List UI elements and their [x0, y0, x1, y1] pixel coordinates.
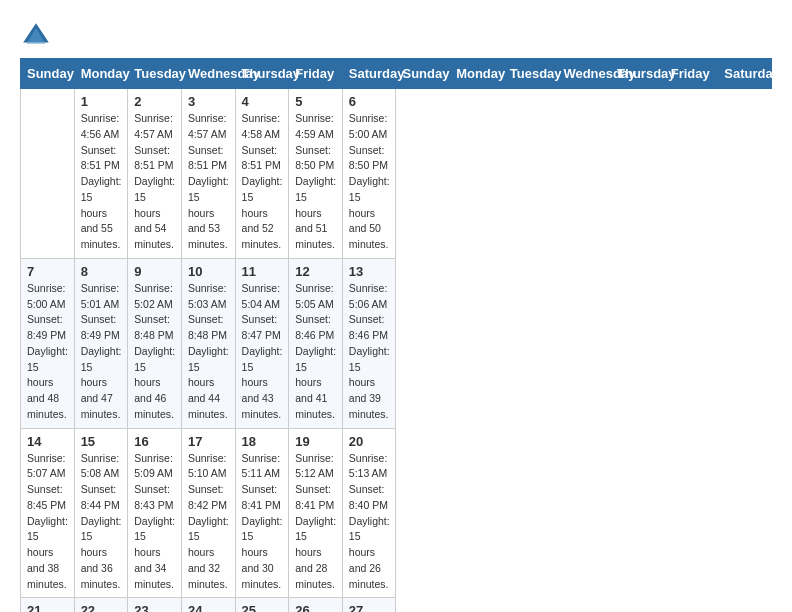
header-row: SundayMondayTuesdayWednesdayThursdayFrid… — [21, 59, 772, 89]
col-header-monday: Monday — [74, 59, 128, 89]
week-row-4: 21 Sunrise: 5:14 AMSunset: 8:38 PMDaylig… — [21, 598, 772, 612]
day-info: Sunrise: 5:09 AMSunset: 8:43 PMDaylight:… — [134, 451, 175, 593]
col-header-sunday: Sunday — [21, 59, 75, 89]
day-cell: 5 Sunrise: 4:59 AMSunset: 8:50 PMDayligh… — [289, 89, 343, 259]
day-info: Sunrise: 5:08 AMSunset: 8:44 PMDaylight:… — [81, 451, 122, 593]
day-info: Sunrise: 5:00 AMSunset: 8:50 PMDaylight:… — [349, 111, 390, 253]
day-cell: 2 Sunrise: 4:57 AMSunset: 8:51 PMDayligh… — [128, 89, 182, 259]
day-cell: 8 Sunrise: 5:01 AMSunset: 8:49 PMDayligh… — [74, 258, 128, 428]
day-number: 21 — [27, 603, 68, 612]
col-header-friday: Friday — [289, 59, 343, 89]
day-number: 22 — [81, 603, 122, 612]
day-cell: 10 Sunrise: 5:03 AMSunset: 8:48 PMDaylig… — [181, 258, 235, 428]
day-info: Sunrise: 5:02 AMSunset: 8:48 PMDaylight:… — [134, 281, 175, 423]
page-header — [20, 20, 772, 52]
logo — [20, 20, 56, 52]
day-cell: 1 Sunrise: 4:56 AMSunset: 8:51 PMDayligh… — [74, 89, 128, 259]
day-info: Sunrise: 5:01 AMSunset: 8:49 PMDaylight:… — [81, 281, 122, 423]
col-header-friday: Friday — [664, 59, 718, 89]
day-number: 11 — [242, 264, 283, 279]
day-cell: 25 Sunrise: 5:19 AMSunset: 8:34 PMDaylig… — [235, 598, 289, 612]
day-info: Sunrise: 5:13 AMSunset: 8:40 PMDaylight:… — [349, 451, 390, 593]
day-cell: 7 Sunrise: 5:00 AMSunset: 8:49 PMDayligh… — [21, 258, 75, 428]
col-header-wednesday: Wednesday — [557, 59, 611, 89]
day-cell: 21 Sunrise: 5:14 AMSunset: 8:38 PMDaylig… — [21, 598, 75, 612]
day-number: 25 — [242, 603, 283, 612]
day-number: 24 — [188, 603, 229, 612]
day-number: 1 — [81, 94, 122, 109]
week-row-1: 1 Sunrise: 4:56 AMSunset: 8:51 PMDayligh… — [21, 89, 772, 259]
day-cell: 15 Sunrise: 5:08 AMSunset: 8:44 PMDaylig… — [74, 428, 128, 598]
day-number: 27 — [349, 603, 390, 612]
day-cell: 20 Sunrise: 5:13 AMSunset: 8:40 PMDaylig… — [342, 428, 396, 598]
day-cell: 4 Sunrise: 4:58 AMSunset: 8:51 PMDayligh… — [235, 89, 289, 259]
day-info: Sunrise: 5:11 AMSunset: 8:41 PMDaylight:… — [242, 451, 283, 593]
day-cell: 9 Sunrise: 5:02 AMSunset: 8:48 PMDayligh… — [128, 258, 182, 428]
day-cell: 6 Sunrise: 5:00 AMSunset: 8:50 PMDayligh… — [342, 89, 396, 259]
day-cell: 26 Sunrise: 5:20 AMSunset: 8:33 PMDaylig… — [289, 598, 343, 612]
logo-icon — [20, 20, 52, 52]
day-number: 3 — [188, 94, 229, 109]
day-number: 18 — [242, 434, 283, 449]
day-cell: 11 Sunrise: 5:04 AMSunset: 8:47 PMDaylig… — [235, 258, 289, 428]
day-cell: 12 Sunrise: 5:05 AMSunset: 8:46 PMDaylig… — [289, 258, 343, 428]
day-cell — [21, 89, 75, 259]
col-header-tuesday: Tuesday — [128, 59, 182, 89]
week-row-3: 14 Sunrise: 5:07 AMSunset: 8:45 PMDaylig… — [21, 428, 772, 598]
day-cell: 24 Sunrise: 5:18 AMSunset: 8:35 PMDaylig… — [181, 598, 235, 612]
col-header-saturday: Saturday — [342, 59, 396, 89]
day-number: 17 — [188, 434, 229, 449]
day-info: Sunrise: 5:07 AMSunset: 8:45 PMDaylight:… — [27, 451, 68, 593]
day-info: Sunrise: 5:00 AMSunset: 8:49 PMDaylight:… — [27, 281, 68, 423]
day-number: 20 — [349, 434, 390, 449]
day-cell: 13 Sunrise: 5:06 AMSunset: 8:46 PMDaylig… — [342, 258, 396, 428]
day-cell: 18 Sunrise: 5:11 AMSunset: 8:41 PMDaylig… — [235, 428, 289, 598]
col-header-tuesday: Tuesday — [503, 59, 557, 89]
week-row-2: 7 Sunrise: 5:00 AMSunset: 8:49 PMDayligh… — [21, 258, 772, 428]
day-cell: 3 Sunrise: 4:57 AMSunset: 8:51 PMDayligh… — [181, 89, 235, 259]
day-cell: 14 Sunrise: 5:07 AMSunset: 8:45 PMDaylig… — [21, 428, 75, 598]
day-info: Sunrise: 4:58 AMSunset: 8:51 PMDaylight:… — [242, 111, 283, 253]
day-number: 7 — [27, 264, 68, 279]
day-cell: 27 Sunrise: 5:21 AMSunset: 8:32 PMDaylig… — [342, 598, 396, 612]
day-number: 6 — [349, 94, 390, 109]
day-number: 19 — [295, 434, 336, 449]
day-number: 12 — [295, 264, 336, 279]
col-header-sunday: Sunday — [396, 59, 450, 89]
day-info: Sunrise: 5:05 AMSunset: 8:46 PMDaylight:… — [295, 281, 336, 423]
day-number: 16 — [134, 434, 175, 449]
day-number: 14 — [27, 434, 68, 449]
col-header-wednesday: Wednesday — [181, 59, 235, 89]
col-header-thursday: Thursday — [611, 59, 665, 89]
day-cell: 23 Sunrise: 5:16 AMSunset: 8:36 PMDaylig… — [128, 598, 182, 612]
day-number: 4 — [242, 94, 283, 109]
day-number: 26 — [295, 603, 336, 612]
col-header-monday: Monday — [450, 59, 504, 89]
col-header-saturday: Saturday — [718, 59, 772, 89]
day-number: 2 — [134, 94, 175, 109]
day-cell: 22 Sunrise: 5:15 AMSunset: 8:37 PMDaylig… — [74, 598, 128, 612]
day-cell: 17 Sunrise: 5:10 AMSunset: 8:42 PMDaylig… — [181, 428, 235, 598]
day-number: 13 — [349, 264, 390, 279]
day-cell: 19 Sunrise: 5:12 AMSunset: 8:41 PMDaylig… — [289, 428, 343, 598]
day-info: Sunrise: 4:56 AMSunset: 8:51 PMDaylight:… — [81, 111, 122, 253]
calendar-table: SundayMondayTuesdayWednesdayThursdayFrid… — [20, 58, 772, 612]
day-number: 10 — [188, 264, 229, 279]
day-number: 9 — [134, 264, 175, 279]
day-number: 15 — [81, 434, 122, 449]
day-number: 23 — [134, 603, 175, 612]
day-info: Sunrise: 5:12 AMSunset: 8:41 PMDaylight:… — [295, 451, 336, 593]
day-info: Sunrise: 5:06 AMSunset: 8:46 PMDaylight:… — [349, 281, 390, 423]
day-info: Sunrise: 4:57 AMSunset: 8:51 PMDaylight:… — [188, 111, 229, 253]
col-header-thursday: Thursday — [235, 59, 289, 89]
day-cell: 16 Sunrise: 5:09 AMSunset: 8:43 PMDaylig… — [128, 428, 182, 598]
day-info: Sunrise: 5:10 AMSunset: 8:42 PMDaylight:… — [188, 451, 229, 593]
day-info: Sunrise: 4:59 AMSunset: 8:50 PMDaylight:… — [295, 111, 336, 253]
day-info: Sunrise: 5:03 AMSunset: 8:48 PMDaylight:… — [188, 281, 229, 423]
day-number: 5 — [295, 94, 336, 109]
day-info: Sunrise: 4:57 AMSunset: 8:51 PMDaylight:… — [134, 111, 175, 253]
day-info: Sunrise: 5:04 AMSunset: 8:47 PMDaylight:… — [242, 281, 283, 423]
day-number: 8 — [81, 264, 122, 279]
